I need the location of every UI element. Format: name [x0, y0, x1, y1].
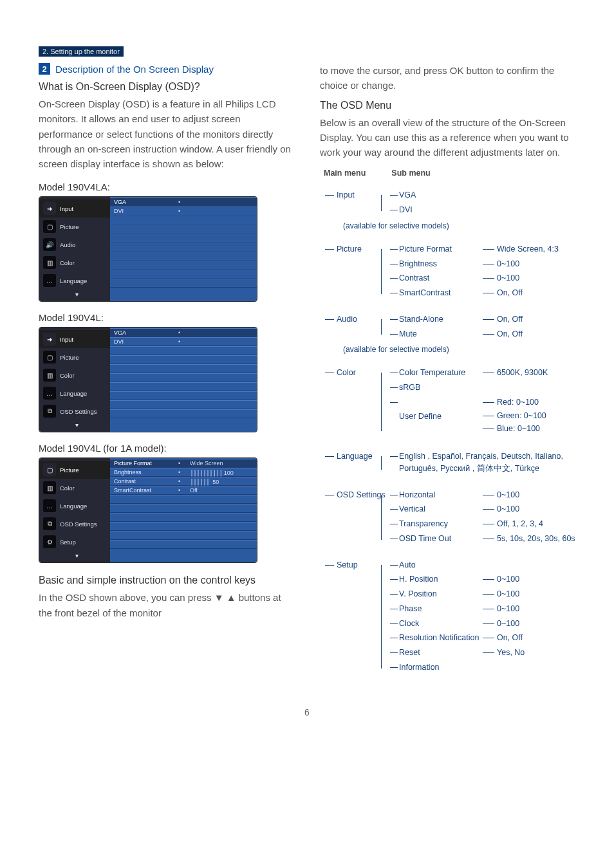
tree-sub-item: Resolution NotificationOn, Off	[399, 632, 575, 644]
osd-submenu-row: VGA•	[110, 328, 257, 337]
osd-menu-label: OSD Settings	[60, 521, 97, 528]
osd-scroll-down: ▾	[39, 420, 110, 429]
osd-menu-language: …Language	[39, 497, 110, 515]
tree-value: Blue: 0~100	[483, 423, 546, 435]
tree-key: Input	[325, 189, 386, 201]
picture-icon: ▢	[43, 220, 56, 233]
tree-value: On, Off	[483, 632, 523, 644]
tree-sub-item: English , Español, Français, Deutsch, It…	[399, 450, 575, 475]
tree-value: On, Off	[483, 287, 523, 299]
osd-submenu-row: DVI•	[110, 207, 257, 216]
tree-value: 6500K, 9300K	[483, 367, 548, 379]
tree-value: 0~100	[483, 603, 519, 615]
tree-section-language: LanguageEnglish , Español, Français, Deu…	[325, 450, 575, 477]
osd-menu-label: Input	[60, 205, 73, 212]
tree-sub-item: Vertical0~100	[399, 503, 575, 515]
tree-value: 0~100	[483, 503, 519, 515]
osd-menu-picture: ▢Picture	[39, 461, 110, 479]
osd-submenu-row	[110, 513, 257, 522]
tree-sub-item: TransparencyOff, 1, 2, 3, 4	[399, 518, 575, 530]
osd-mock-3: ▢Picture▥Color…Language⧉OSD Settings⚙Set…	[39, 457, 257, 563]
tree-sub-item: Phase0~100	[399, 603, 575, 615]
language-icon: …	[43, 499, 56, 512]
osd-submenu-row	[110, 225, 257, 234]
tree-sub-item: SmartContrastOn, Off	[399, 287, 575, 299]
tree-key: Language	[325, 450, 386, 463]
osd-submenu-row: VGA•	[110, 198, 257, 207]
osd-submenu-row: Brightness•|||||||||| 100	[110, 468, 257, 477]
osd-menu-label: Picture	[60, 223, 79, 230]
heading-basic-instruction: Basic and simple instruction on the cont…	[39, 575, 294, 586]
osd-submenu-row	[110, 373, 257, 382]
tree-section-input: InputVGADVI(available for selective mode…	[325, 189, 575, 232]
left-column: 2 Description of the On Screen Display W…	[39, 63, 294, 688]
tree-sub-item: DVI	[399, 204, 575, 216]
osd-settings-icon: ⧉	[43, 405, 56, 418]
picture-icon: ▢	[43, 463, 56, 476]
heading-what-is-osd: What is On-Screen Display (OSD)?	[39, 81, 294, 93]
paragraph-basic-instruction: In the OSD shown above, you can press ▼ …	[39, 590, 294, 620]
osd-menu-label: Language	[60, 277, 87, 284]
osd-menu-label: Language	[60, 503, 87, 510]
osd-menu-picture: ▢Picture	[39, 348, 110, 366]
osd-menu-label: Picture	[60, 466, 79, 474]
section-heading: 2 Description of the On Screen Display	[39, 63, 294, 75]
osd-menu-language: …Language	[39, 272, 110, 290]
osd-menu-color: ▥Color	[39, 479, 110, 497]
color-icon: ▥	[43, 369, 56, 382]
tree-sub-item: Clock0~100	[399, 618, 575, 630]
color-icon: ▥	[43, 481, 56, 494]
tree-sub-item: Brightness0~100	[399, 258, 575, 270]
tree-note: (available for selective models)	[343, 220, 575, 232]
tree-section-audio: AudioStand-AloneOn, OffMuteOn, Off(avail…	[325, 313, 575, 356]
tree-key: Picture	[325, 243, 386, 255]
tree-value: 0~100	[483, 272, 519, 284]
breadcrumb: 2. Setting up the monitor	[39, 46, 124, 57]
osd-menu-label: Audio	[60, 241, 75, 248]
tree-value: 5s, 10s, 20s, 30s, 60s	[483, 533, 575, 545]
osd-submenu-row	[110, 234, 257, 243]
paragraph-osd-menu: Below is an overall view of the structur…	[320, 115, 575, 160]
osd-submenu-row	[110, 270, 257, 279]
osd-submenu-row	[110, 261, 257, 270]
tree-header: Main menu Sub menu	[324, 169, 575, 178]
tree-key: OSD Settings	[325, 489, 386, 501]
osd-menu-label: Language	[60, 390, 87, 397]
tree-section-osd-settings: OSD SettingsHorizontal0~100Vertical0~100…	[325, 489, 575, 548]
osd-menu-label: Color	[60, 485, 75, 492]
tree-sub-item: Picture FormatWide Screen, 4:3	[399, 243, 575, 255]
osd-submenu-row: SmartContrast•Off	[110, 486, 257, 495]
model3-label: Model 190V4L (for 1A model):	[39, 443, 294, 454]
tree-sub-item: V. Position0~100	[399, 588, 575, 600]
osd-menu-setup: ⚙Setup	[39, 533, 110, 551]
tree-value: Wide Screen, 4:3	[483, 243, 559, 255]
osd-tree: InputVGADVI(available for selective mode…	[320, 189, 575, 676]
osd-menu-label: Color	[60, 259, 75, 266]
osd-submenu-row	[110, 400, 257, 409]
osd-submenu-row	[110, 243, 257, 252]
model1-label: Model 190V4LA:	[39, 181, 294, 192]
tree-sub-item: Auto	[399, 559, 575, 571]
tree-value: Red: 0~100	[483, 396, 546, 409]
osd-submenu-row	[110, 531, 257, 540]
tree-value: Yes, No	[483, 647, 525, 659]
osd-menu-picture: ▢Picture	[39, 217, 110, 235]
osd-menu-input: ➜Input	[39, 330, 110, 348]
osd-menu-color: ▥Color	[39, 366, 110, 384]
tree-header-main: Main menu	[324, 169, 366, 178]
tree-key: Setup	[325, 559, 386, 571]
tree-sub-item: MuteOn, Off	[399, 328, 575, 340]
osd-submenu-row	[110, 216, 257, 225]
model2-label: Model 190V4L:	[39, 312, 294, 323]
tree-value: 0~100	[483, 573, 519, 586]
osd-menu-input: ➜Input	[39, 199, 110, 217]
osd-scroll-down: ▾	[39, 551, 110, 560]
tree-sub-item: User DefineRed: 0~100Green: 0~100Blue: 0…	[399, 396, 575, 436]
osd-mock-2: ➜Input▢Picture▥Color…Language⧉OSD Settin…	[39, 327, 257, 432]
section-title: Description of the On Screen Display	[55, 64, 214, 75]
osd-submenu-row	[110, 382, 257, 391]
audio-icon: 🔊	[43, 238, 56, 251]
tree-note: (available for selective models)	[343, 344, 575, 355]
osd-menu-osd-settings: ⧉OSD Settings	[39, 515, 110, 533]
osd-menu-audio: 🔊Audio	[39, 235, 110, 254]
